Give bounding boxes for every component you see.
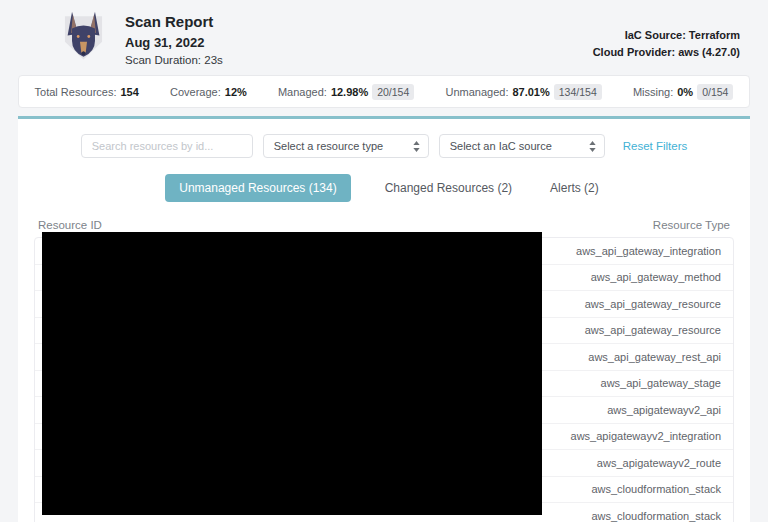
resource-type-cell: aws_api_gateway_stage — [601, 377, 721, 389]
tab[interactable]: Unmanaged Resources (134) — [165, 174, 350, 202]
iac-source-select[interactable]: Select an IaC source — [439, 134, 605, 158]
select-updown-icon — [413, 141, 420, 152]
tab[interactable]: Changed Resources (2) — [381, 174, 516, 202]
stat-label: Unmanaged: — [445, 86, 508, 98]
resource-type-cell: aws_apigatewayv2_integration — [571, 430, 721, 442]
tab-bar: Unmanaged Resources (134) Changed Resour… — [18, 174, 750, 202]
stat-value: 154 — [121, 86, 139, 98]
report-header: Scan Report Aug 31, 2022 Scan Duration: … — [0, 0, 768, 75]
stat-value: 12.98% — [331, 86, 368, 98]
resource-type-cell: aws_apigatewayv2_api — [607, 404, 721, 416]
iac-source-select-value: Select an IaC source — [450, 140, 552, 152]
table-header-row: Resource ID Resource Type — [34, 219, 734, 231]
scan-date: Aug 31, 2022 — [125, 35, 223, 50]
stat-item: Unmanaged: 87.01% 134/154 — [445, 84, 601, 100]
select-updown-icon — [589, 141, 596, 152]
scan-duration: Scan Duration: 23s — [125, 54, 223, 66]
resource-type-cell: aws_api_gateway_resource — [585, 298, 721, 310]
reset-filters-link[interactable]: Reset Filters — [623, 140, 688, 152]
stat-value: 12% — [225, 86, 247, 98]
resource-type-select-value: Select a resource type — [274, 140, 383, 152]
resource-type-cell: aws_api_gateway_integration — [576, 245, 721, 257]
resource-type-cell: aws_api_gateway_resource — [585, 324, 721, 336]
page-title: Scan Report — [125, 13, 223, 30]
stat-value: 0% — [677, 86, 693, 98]
stats-bar: Total Resources: 154 Coverage: 12% Manag… — [18, 75, 750, 108]
driftctl-logo-icon — [57, 10, 110, 63]
stat-label: Missing: — [633, 86, 673, 98]
stat-item: Missing: 0% 0/154 — [633, 84, 734, 100]
cloud-provider-label: Cloud Provider: aws (4.27.0) — [593, 44, 740, 61]
stat-item: Managed: 12.98% 20/154 — [278, 84, 414, 100]
search-input[interactable] — [81, 134, 253, 158]
filter-bar: Select a resource type Select an IaC sou… — [18, 119, 750, 158]
resource-type-cell: aws_api_gateway_rest_api — [588, 351, 721, 363]
tab[interactable]: Alerts (2) — [546, 174, 603, 202]
stat-item: Total Resources: 154 — [35, 86, 139, 98]
resource-type-cell: aws_api_gateway_method — [591, 271, 721, 283]
stat-badge: 0/154 — [697, 84, 733, 100]
stat-badge: 20/154 — [372, 84, 414, 100]
iac-source-label: IaC Source: Terraform — [593, 27, 740, 44]
stat-label: Managed: — [278, 86, 327, 98]
stat-label: Coverage: — [170, 86, 221, 98]
resource-type-cell: aws_cloudformation_stack — [591, 510, 721, 522]
redacted-resource-id-area — [42, 232, 542, 515]
resource-type-cell: aws_apigatewayv2_route — [597, 457, 721, 469]
stat-value: 87.01% — [512, 86, 549, 98]
stat-item: Coverage: 12% — [170, 86, 247, 98]
stat-label: Total Resources: — [35, 86, 117, 98]
resource-type-select[interactable]: Select a resource type — [263, 134, 429, 158]
column-header-resource-type: Resource Type — [653, 219, 730, 231]
resource-type-cell: aws_cloudformation_stack — [591, 483, 721, 495]
stat-badge: 134/154 — [554, 84, 602, 100]
column-header-resource-id: Resource ID — [38, 219, 102, 231]
